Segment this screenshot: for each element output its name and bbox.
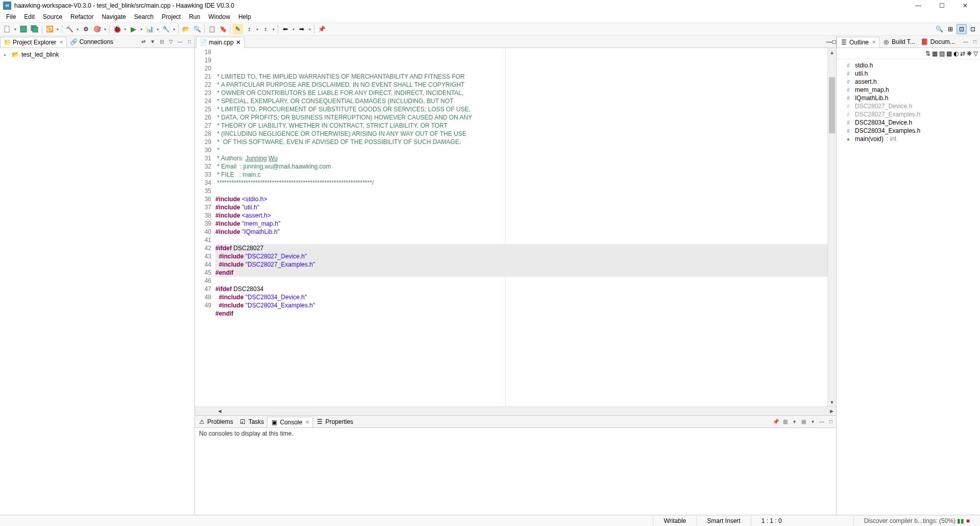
build-config-button[interactable]: ⚙	[81, 24, 91, 34]
scroll-left-icon[interactable]: ◀	[215, 409, 224, 414]
outline-item[interactable]: #DSC28027_Examples.h	[838, 110, 979, 118]
explorer-link-icon[interactable]: ⇄	[139, 38, 148, 46]
menu-refactor[interactable]: Refactor	[66, 12, 97, 21]
tasks-tab[interactable]: ☑Tasks	[236, 417, 267, 427]
close-icon[interactable]: ✕	[305, 419, 309, 425]
outline-item[interactable]: ●main(void) : int	[838, 135, 979, 143]
open-perspective-button[interactable]: ⊞	[945, 24, 955, 34]
problems-tab[interactable]: ⚠Problems	[195, 417, 236, 427]
task-button[interactable]: 📋	[207, 24, 217, 34]
scroll-thumb[interactable]	[829, 77, 835, 133]
outline-item[interactable]: #util.h	[838, 69, 979, 78]
maximize-view-icon[interactable]: □	[185, 38, 193, 46]
explorer-filter-icon[interactable]: ▼	[149, 38, 157, 46]
scroll-down-icon[interactable]: ▼	[828, 398, 836, 407]
editor-tab-main[interactable]: 📄 main.cpp ✕	[196, 37, 244, 48]
back-button[interactable]: ⬅	[280, 24, 290, 34]
vertical-scrollbar[interactable]: ▲ ▼	[827, 48, 836, 407]
menu-source[interactable]: Source	[39, 12, 66, 21]
menu-file[interactable]: File	[2, 12, 20, 21]
minimize-button[interactable]: —	[906, 0, 930, 11]
outline-menu-icon[interactable]: ▽	[973, 50, 978, 57]
outline-list[interactable]: #stdio.h#util.h#assert.h#mem_map.h#IQmat…	[837, 59, 980, 515]
outline-item[interactable]: #DSC28034_Device.h	[838, 118, 979, 127]
explorer-focus-icon[interactable]: ⊟	[158, 38, 166, 46]
outline-item[interactable]: #stdio.h	[838, 61, 979, 69]
documents-tab[interactable]: 📕Docum...	[918, 37, 958, 47]
debug-perspective-button[interactable]: ⊡	[968, 24, 978, 34]
run-button[interactable]: ▶	[128, 24, 138, 34]
console-pin-icon[interactable]: 📌	[772, 418, 780, 426]
save-button[interactable]	[18, 24, 29, 34]
maximize-bottom-icon[interactable]: □	[827, 418, 835, 426]
open-type-button[interactable]: 📂	[181, 24, 191, 34]
external-tools-button[interactable]: 🔧	[161, 24, 171, 34]
menu-search[interactable]: Search	[130, 12, 158, 21]
prev-annotation-button[interactable]: ↕	[260, 24, 271, 34]
maximize-right-icon[interactable]: □	[971, 38, 979, 46]
outline-item[interactable]: #IQmathLib.h	[838, 94, 979, 102]
build-button[interactable]: 🔨	[64, 24, 75, 34]
search-toolbar-button[interactable]: 🔍	[192, 24, 202, 34]
outline-item[interactable]: #DSC28027_Device.h	[838, 102, 979, 110]
switch-button[interactable]: 🔁	[44, 24, 55, 34]
horizontal-scrollbar[interactable]: ◀ ▶	[195, 407, 836, 415]
outline-item[interactable]: #assert.h	[838, 78, 979, 86]
maximize-button[interactable]: ☐	[930, 0, 953, 11]
menu-navigate[interactable]: Navigate	[97, 12, 130, 21]
console-display-icon[interactable]: ▥	[781, 418, 789, 426]
menu-window[interactable]: Window	[204, 12, 234, 21]
build-target-button[interactable]: 🎯	[92, 24, 102, 34]
menu-help[interactable]: Help	[234, 12, 255, 21]
saveall-button[interactable]	[30, 24, 40, 34]
pin-button[interactable]: 📌	[316, 24, 327, 34]
outline-group-icon[interactable]: ❋	[967, 50, 972, 57]
outline-sort-icon[interactable]: ⇅	[925, 50, 930, 57]
outline-hide-fields-icon[interactable]: ▦	[932, 50, 938, 57]
minimize-right-icon[interactable]: —	[962, 38, 970, 46]
minimize-bottom-icon[interactable]: —	[818, 418, 826, 426]
toggle-edit-button[interactable]: ✎	[233, 24, 243, 34]
connections-tab[interactable]: 🔗 Connections	[67, 37, 116, 47]
outline-link-icon[interactable]: ⇄	[960, 50, 965, 57]
progress-stop-icon[interactable]: ■	[966, 517, 970, 524]
project-tree[interactable]: ▸ 📂 test_led_blink	[0, 48, 194, 515]
minimize-view-icon[interactable]: —	[176, 38, 184, 46]
code-area[interactable]: * LIMITED TO, THE IMPLIED WARRANTIES OF …	[215, 48, 827, 407]
new-dropdown[interactable]: ▾	[13, 27, 17, 32]
outline-item[interactable]: #mem_map.h	[838, 86, 979, 94]
next-annotation-button[interactable]: ↕	[244, 24, 254, 34]
explorer-menu-icon[interactable]: ▽	[167, 38, 175, 46]
console-open-icon[interactable]: ▤	[799, 418, 807, 426]
menu-run[interactable]: Run	[185, 12, 204, 21]
quick-access-button[interactable]: 🔍	[934, 24, 944, 34]
close-button[interactable]: ✕	[953, 0, 977, 11]
project-row[interactable]: ▸ 📂 test_led_blink	[2, 50, 192, 59]
outline-hide-static-icon[interactable]: ▨	[939, 50, 945, 57]
maximize-editor-icon[interactable]: □	[832, 38, 836, 45]
menu-project[interactable]: Project	[158, 12, 185, 21]
scroll-right-icon[interactable]: ▶	[827, 409, 836, 414]
code-editor[interactable]: 1819202122232425262728293031323334353637…	[195, 48, 836, 407]
build-targets-tab[interactable]: ◎Build T...	[879, 37, 918, 47]
tree-expand-icon[interactable]: ▸	[4, 52, 9, 57]
new-button[interactable]	[2, 24, 12, 34]
close-icon[interactable]: ✕	[59, 39, 63, 45]
scroll-up-icon[interactable]: ▲	[828, 48, 836, 57]
close-icon[interactable]: ✕	[236, 39, 241, 46]
marker-button[interactable]: 🔖	[218, 24, 228, 34]
console-tab[interactable]: ▣Console✕	[267, 417, 313, 428]
properties-tab[interactable]: ☰Properties	[313, 417, 356, 427]
debug-button[interactable]: 🐞	[112, 24, 122, 34]
profile-button[interactable]: 📊	[144, 24, 155, 34]
close-icon[interactable]: ✕	[872, 39, 876, 45]
cdt-perspective-button[interactable]: ⊡	[957, 24, 967, 34]
outline-item[interactable]: #DSC28034_Examples.h	[838, 127, 979, 135]
menu-edit[interactable]: Edit	[20, 12, 39, 21]
outline-filter-icon[interactable]: ◐	[953, 50, 959, 57]
project-explorer-tab[interactable]: 📁 Project Explorer ✕	[0, 37, 67, 48]
forward-button[interactable]: ➡	[297, 24, 307, 34]
minimize-editor-icon[interactable]: —	[826, 38, 832, 45]
outline-tab[interactable]: ☰Outline✕	[837, 37, 879, 48]
outline-hide-nonpublic-icon[interactable]: ▩	[946, 50, 952, 57]
